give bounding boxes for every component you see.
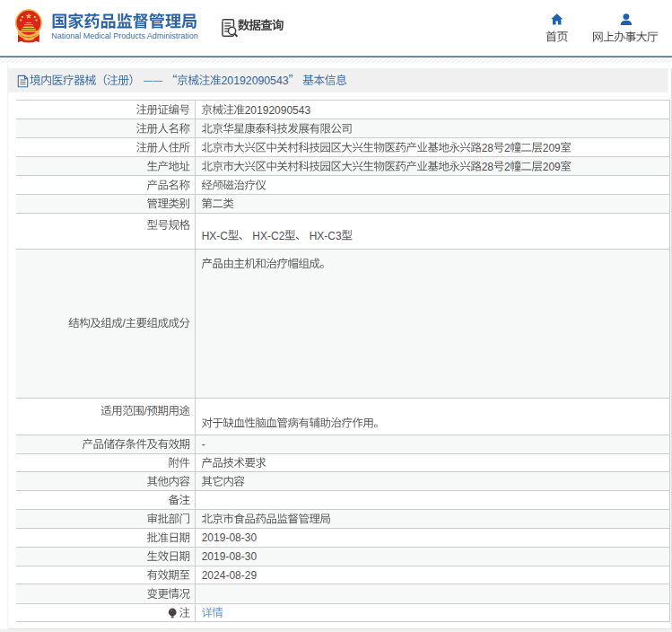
svg-text:20192090543: 20192090543: [245, 104, 311, 117]
svg-text:HX-C2: HX-C2: [252, 230, 284, 242]
svg-text:HX-C: HX-C: [202, 230, 229, 242]
svg-text:2: 2: [504, 161, 511, 173]
svg-text:209: 209: [543, 142, 561, 154]
svg-text:-: -: [202, 438, 205, 451]
svg-text:2024-08-29: 2024-08-29: [202, 569, 257, 582]
svg-text:209: 209: [543, 161, 561, 173]
svg-text:National Medical Products Admi: National Medical Products Administration: [51, 31, 198, 40]
svg-text:28: 28: [482, 142, 494, 154]
svg-text:20192090543: 20192090543: [221, 75, 288, 87]
svg-text:28: 28: [482, 161, 494, 173]
svg-text:2019-08-30: 2019-08-30: [202, 531, 257, 544]
svg-text:HX-C3: HX-C3: [310, 230, 342, 242]
svg-text:2: 2: [504, 142, 511, 154]
svg-text:2019-08-30: 2019-08-30: [202, 550, 257, 563]
